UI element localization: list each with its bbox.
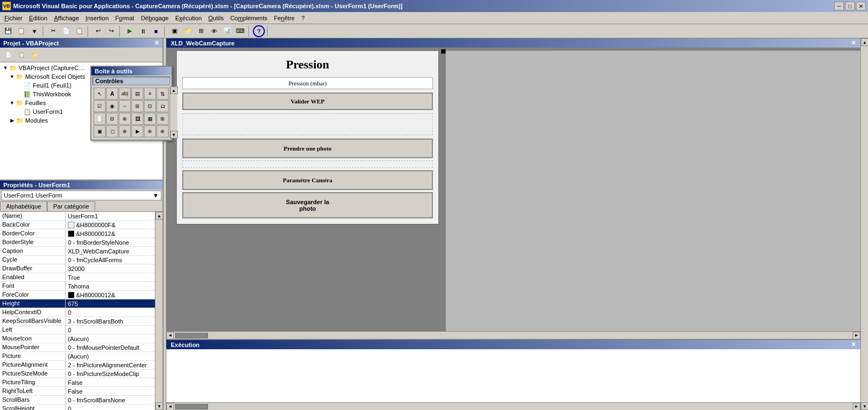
exec-hscroll-right[interactable]: ► xyxy=(853,403,860,411)
toolbar-btn-watch[interactable]: 👁 xyxy=(208,25,220,37)
project-close-btn[interactable]: ✕ xyxy=(154,39,159,47)
prop-left-row[interactable]: Left 0 xyxy=(0,326,155,334)
resize-handle-tr[interactable] xyxy=(441,49,445,54)
tab-alphabetique[interactable]: Alphabétique xyxy=(0,201,47,211)
project-toggle-folders[interactable]: 📁 xyxy=(28,49,40,61)
properties-selector[interactable]: UserForm1 UserForm ▼ xyxy=(1,190,161,200)
close-button[interactable]: ✕ xyxy=(856,2,866,10)
toolbar-break[interactable]: ⏸ xyxy=(137,25,149,37)
exec-hscroll[interactable]: ◄ ► xyxy=(166,402,860,410)
menu-insertion[interactable]: Insertion xyxy=(82,14,112,22)
tool-commandbutton[interactable]: ⊡ xyxy=(144,100,156,112)
scroll-up-btn[interactable]: ▲ xyxy=(155,212,163,220)
designer-area[interactable]: Pression Pression (mbar) Valider WEP Pre… xyxy=(166,48,860,331)
prop-cycle-row[interactable]: Cycle 0 - fmCycleAllForms xyxy=(0,256,155,264)
tab-par-categorie[interactable]: Par catégorie xyxy=(47,201,95,211)
tool-combobox[interactable]: ▤ xyxy=(131,88,143,100)
prop-font-row[interactable]: Font Tahoma xyxy=(0,282,155,291)
scroll-down-btn[interactable]: ▼ xyxy=(155,402,163,410)
designer-close-btn[interactable]: ✕ xyxy=(851,39,856,47)
tool-spinbutton[interactable]: ⊕ xyxy=(119,113,131,125)
tool-checkbox[interactable]: ☑ xyxy=(94,100,106,112)
prop-picturesizemode-row[interactable]: PictureSizeMode 0 - fmPictureSizeModeCli… xyxy=(0,369,155,378)
exec-close-btn[interactable]: ✕ xyxy=(851,341,856,348)
hscroll-thumb[interactable] xyxy=(175,333,208,338)
menu-help[interactable]: ? xyxy=(298,14,308,22)
tool-textbox[interactable]: ab| xyxy=(119,88,131,100)
toolbar-btn-locals[interactable]: 📊 xyxy=(221,25,233,37)
form-btn-photo[interactable]: Prendre une photo xyxy=(182,138,433,158)
prop-backcolor-row[interactable]: BackColor &H8000000F& xyxy=(0,221,155,229)
menu-complements[interactable]: Compléments xyxy=(227,14,271,22)
toolbar-btn-design[interactable]: ▣ xyxy=(169,25,181,37)
designer-hscroll[interactable]: ◄ ► xyxy=(166,331,860,339)
form-label-mbar[interactable]: Pression (mbar) xyxy=(182,77,433,89)
prop-mouseicon-row[interactable]: MouseIcon (Aucun) xyxy=(0,334,155,343)
prop-keepscrollbars-row[interactable]: KeepScrollBarsVisible 3 - fmScrollBarsBo… xyxy=(0,317,155,326)
prop-drawbuffer-row[interactable]: DrawBuffer 32000 xyxy=(0,264,155,273)
right-scroll-up-btn[interactable]: ▲ xyxy=(861,38,868,46)
maximize-button[interactable]: □ xyxy=(845,2,855,10)
tool-multipage[interactable]: 📑 xyxy=(94,113,106,125)
menu-affichage[interactable]: Affichage xyxy=(51,14,83,22)
toolbox-scroll-down[interactable]: ▼ xyxy=(170,131,178,138)
prop-enabled-row[interactable]: Enabled True xyxy=(0,273,155,282)
prop-name-row[interactable]: (Name) UserForm1 xyxy=(0,212,155,221)
tool-label[interactable]: A xyxy=(106,88,118,100)
toolbar-help[interactable]: ? xyxy=(253,25,265,37)
project-view-form[interactable]: 📋 xyxy=(15,49,27,61)
menu-outils[interactable]: Outils xyxy=(205,14,227,22)
prop-height-row[interactable]: Height 675 xyxy=(0,299,155,308)
prop-picturetiling-row[interactable]: PictureTiling False xyxy=(0,378,155,387)
prop-mousepointer-row[interactable]: MousePointer 0 - fmMousePointerDefault xyxy=(0,343,155,352)
toolbar-copy[interactable]: 📄 xyxy=(60,25,72,37)
tool-scrollbar-v[interactable]: ⇅ xyxy=(157,88,169,100)
tool-togglebutton[interactable]: ↔ xyxy=(119,100,131,112)
menu-execution[interactable]: Exécution xyxy=(172,14,205,22)
tool-select[interactable]: ↖ xyxy=(94,88,106,100)
hscroll-right-btn[interactable]: ► xyxy=(853,332,860,339)
tool-extra7[interactable]: ⊛ xyxy=(144,125,156,137)
toolbox-scroll-up[interactable]: ▲ xyxy=(170,86,178,94)
toolbar-btn2[interactable]: 📋 xyxy=(15,25,27,37)
tool-scrollbar[interactable]: ⊟ xyxy=(106,113,118,125)
minimize-button[interactable]: ─ xyxy=(834,2,844,10)
prop-picture-row[interactable]: Picture (Aucun) xyxy=(0,352,155,361)
toolbar-paste[interactable]: 📋 xyxy=(73,25,85,37)
tool-extra8[interactable]: ⊗ xyxy=(157,125,169,137)
prop-scrollheight-row[interactable]: ScrollHeight 0 xyxy=(0,405,155,410)
toolbar-redo[interactable]: ↪ xyxy=(105,25,117,37)
prop-picturealignment-row[interactable]: PictureAlignment 2 - fmPictureAlignmentC… xyxy=(0,361,155,369)
prop-righttoleft-row[interactable]: RightToLeft False xyxy=(0,387,155,396)
menu-format[interactable]: Format xyxy=(112,14,138,22)
prop-bordercolor-row[interactable]: BorderColor &H80000012& xyxy=(0,229,155,238)
prop-caption-row[interactable]: Caption XLD_WebCamCapture xyxy=(0,247,155,256)
prop-borderstyle-row[interactable]: BorderStyle 0 - fmBorderStyleNone xyxy=(0,238,155,247)
tool-image[interactable]: 🖼 xyxy=(131,113,143,125)
toolbar-undo[interactable]: ↩ xyxy=(92,25,104,37)
tool-listbox[interactable]: ≡ xyxy=(144,88,156,100)
form-btn-parametre[interactable]: Paramètre Caméra xyxy=(182,170,433,190)
toolbar-btn3[interactable]: ▼ xyxy=(28,25,40,37)
prop-helpcontextid-row[interactable]: HelpContextID 0 xyxy=(0,308,155,317)
prop-forecolor-row[interactable]: ForeColor &H80000012& xyxy=(0,291,155,299)
menu-edition[interactable]: Edition xyxy=(26,14,51,22)
exec-hscroll-thumb[interactable] xyxy=(175,404,208,409)
menu-debogage[interactable]: Débogage xyxy=(137,14,172,22)
toolbar-cut[interactable]: ✂ xyxy=(47,25,59,37)
toolbar-btn-props[interactable]: ⊞ xyxy=(195,25,207,37)
toolbar-stop[interactable]: ■ xyxy=(150,25,162,37)
right-vscroll[interactable]: ▲ ▼ xyxy=(860,38,868,410)
tool-tabstrip[interactable]: 🗂 xyxy=(157,100,169,112)
toolbar-btn-immediate[interactable]: ⌨ xyxy=(234,25,246,37)
form-canvas[interactable]: Pression Pression (mbar) Valider WEP Pre… xyxy=(176,50,439,224)
tool-frame[interactable]: ⊞ xyxy=(131,100,143,112)
project-view-code[interactable]: 📄 xyxy=(2,49,14,61)
toolbar-run[interactable]: ▶ xyxy=(124,25,136,37)
menu-fichier[interactable]: Fichier xyxy=(1,14,26,22)
toolbar-btn-explorer[interactable]: 📁 xyxy=(182,25,194,37)
tool-extra5[interactable]: ⊗ xyxy=(119,125,131,137)
props-vscroll[interactable]: ▲ ▼ xyxy=(155,212,163,410)
tool-extra4[interactable]: ◻ xyxy=(106,125,118,137)
tool-optionbutton[interactable]: ◉ xyxy=(106,100,118,112)
